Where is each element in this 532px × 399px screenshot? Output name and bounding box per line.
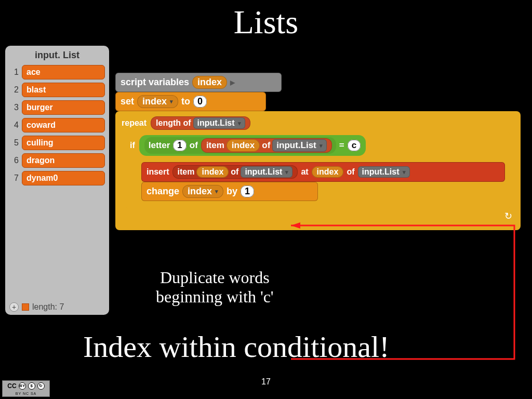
list-item: 7dynam0: [9, 171, 105, 185]
row-value: coward: [22, 118, 105, 132]
chevron-down-icon: ▾: [403, 169, 406, 176]
list-watcher: input. List 1ace 2blast 3burger 4coward …: [5, 46, 109, 315]
list-item: 2blast: [9, 83, 105, 97]
if-head: if letter 1 of item index of input.L: [126, 132, 510, 159]
reporter-label: letter: [149, 140, 170, 151]
text-input[interactable]: c: [348, 140, 361, 151]
block-label: script variables: [121, 77, 189, 88]
list-item: 5culling: [9, 136, 105, 150]
caption-line: Duplicate words: [160, 268, 270, 287]
reporter-label: of: [190, 140, 198, 151]
loop-arrow-icon: ↻: [118, 209, 518, 223]
equals-label: =: [339, 140, 344, 151]
row-number: 2: [9, 85, 19, 95]
row-number: 3: [9, 103, 19, 112]
nc-icon: $: [28, 382, 35, 390]
dropdown-value: input.List: [362, 167, 400, 177]
chevron-down-icon: ▾: [285, 169, 288, 176]
row-value: blast: [22, 83, 105, 97]
dropdown-value: index: [142, 96, 167, 107]
variable-pill-index[interactable]: index: [196, 166, 229, 178]
arrow-icon[interactable]: ▶: [230, 79, 235, 86]
number-input[interactable]: 1: [173, 140, 186, 151]
if-body: insert item index of input.List ▾ at ind…: [141, 159, 510, 204]
row-value: burger: [22, 100, 105, 115]
variable-pill-index[interactable]: index: [227, 139, 260, 152]
variable-pill-index[interactable]: index: [192, 76, 227, 89]
reporter-label: of: [262, 140, 270, 151]
list-item: 3burger: [9, 100, 105, 115]
list-dropdown[interactable]: input.List ▾: [272, 139, 326, 152]
row-value: ace: [22, 65, 105, 79]
item-of-reporter[interactable]: item index of input.List ▾: [201, 138, 332, 153]
row-number: 4: [9, 121, 19, 130]
script-variables-block[interactable]: script variables index ▶: [115, 73, 282, 92]
letter-of-reporter[interactable]: letter 1 of item index of input.List ▾: [144, 137, 336, 154]
row-value: culling: [22, 136, 105, 150]
list-dropdown[interactable]: input.List ▾: [358, 166, 410, 178]
set-block[interactable]: set index ▾ to 0: [115, 92, 266, 111]
chevron-down-icon: ▾: [215, 188, 218, 195]
row-number: 6: [9, 156, 19, 165]
reporter-label: length of: [156, 118, 191, 128]
dropdown-value: input.List: [276, 140, 316, 151]
block-label: insert: [147, 167, 169, 177]
row-value: dragon: [22, 153, 105, 168]
caption-index-conditional: Index within conditional!: [83, 329, 390, 364]
block-label: to: [181, 96, 190, 107]
by-icon: BY: [19, 382, 26, 390]
row-value: dynam0: [22, 171, 105, 185]
row-number: 1: [9, 68, 19, 77]
repeat-head: repeat length of input.List ▾: [118, 114, 517, 132]
change-block[interactable]: change index ▾ by 1: [141, 182, 318, 201]
length-label: length: 7: [32, 302, 64, 312]
variable-pill-index[interactable]: index: [312, 166, 344, 178]
list-item: 1ace: [9, 65, 105, 79]
chevron-down-icon: ▾: [320, 142, 323, 149]
block-label: if: [130, 141, 135, 150]
list-watcher-title: input. List: [9, 50, 105, 61]
row-number: 5: [9, 138, 19, 148]
chevron-down-icon: ▾: [170, 98, 173, 105]
variable-dropdown[interactable]: index ▾: [182, 185, 223, 198]
block-label: repeat: [122, 118, 147, 128]
reporter-label: item: [206, 140, 224, 151]
insert-block[interactable]: insert item index of input.List ▾ at ind…: [141, 162, 505, 182]
item-of-reporter[interactable]: item index of input.List ▾: [172, 165, 298, 179]
if-block[interactable]: if letter 1 of item index of input.L: [126, 132, 510, 209]
reporter-label: of: [231, 167, 238, 177]
block-label: at: [301, 167, 308, 177]
caption-line: beginning with 'c': [156, 287, 274, 306]
slide-title: Lists: [0, 3, 532, 42]
script-stack: script variables index ▶ set index ▾ to …: [115, 73, 526, 230]
list-rows: 1ace 2blast 3burger 4coward 5culling 6dr…: [9, 65, 105, 185]
block-label: set: [121, 96, 134, 107]
page-number: 17: [0, 377, 532, 387]
dropdown-value: index: [188, 186, 212, 197]
list-dropdown[interactable]: input.List ▾: [241, 166, 292, 178]
list-item: 6dragon: [9, 153, 105, 168]
list-dropdown[interactable]: input.List ▾: [193, 117, 245, 129]
length-of-reporter[interactable]: length of input.List ▾: [151, 116, 250, 130]
repeat-block[interactable]: repeat length of input.List ▾ if letter …: [115, 111, 521, 230]
block-label: by: [227, 186, 237, 197]
list-footer: + length: 7: [9, 302, 105, 312]
sa-icon: ↻: [37, 382, 45, 390]
equals-operator[interactable]: letter 1 of item index of input.List ▾: [139, 135, 366, 156]
dropdown-value: input.List: [245, 167, 282, 177]
block-label: change: [147, 186, 179, 197]
cc-license-badge: CC BY $ ↻ BY NC SA: [2, 380, 50, 397]
block-label: of: [347, 167, 354, 177]
reporter-label: item: [178, 167, 195, 177]
repeat-body: if letter 1 of item index of input.L: [118, 132, 518, 227]
caption-duplicate: Duplicate words beginning with 'c': [156, 268, 274, 307]
number-input[interactable]: 0: [193, 96, 207, 108]
number-input[interactable]: 1: [241, 185, 254, 197]
list-mini-icon: [22, 303, 29, 311]
list-item: 4coward: [9, 118, 105, 132]
add-row-button[interactable]: +: [9, 302, 19, 312]
dropdown-value: input.List: [197, 118, 235, 128]
row-number: 7: [9, 174, 19, 183]
variable-dropdown[interactable]: index ▾: [137, 95, 178, 108]
cc-sublabel: BY NC SA: [16, 392, 37, 395]
